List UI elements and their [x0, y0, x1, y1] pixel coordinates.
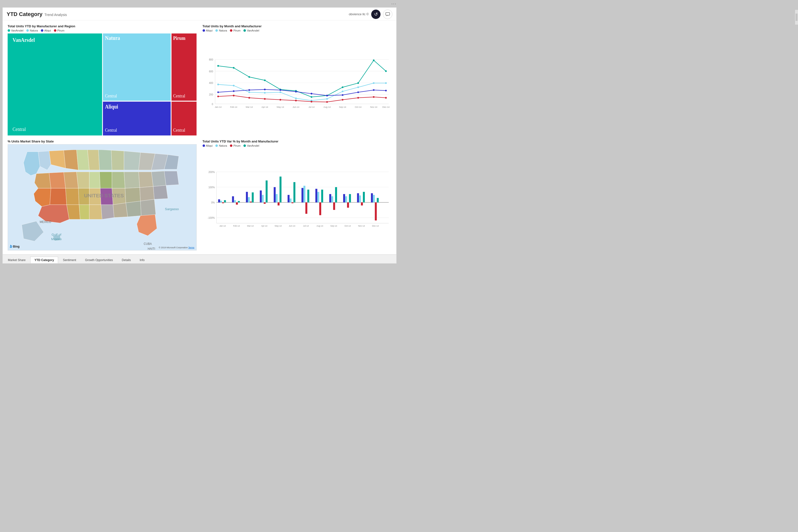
chat-button[interactable] — [383, 10, 392, 19]
refresh-button[interactable]: ↺ — [371, 10, 381, 19]
main-content: YTD Category Trend Analysis obvience llc… — [2, 7, 397, 264]
svg-rect-177 — [273, 187, 276, 202]
linechart-panel: Total Units by Month and Manufacturer Al… — [200, 22, 395, 137]
svg-rect-185 — [301, 188, 303, 202]
treemap-panel: Total Units YTD by Manufacturer and Regi… — [5, 22, 200, 137]
svg-point-47 — [357, 82, 359, 84]
tab-bar: Market Share YTD Category Sentiment Grow… — [3, 254, 396, 263]
svg-text:Apr-14: Apr-14 — [261, 224, 267, 227]
svg-point-70 — [342, 94, 343, 96]
svg-point-82 — [342, 99, 343, 101]
svg-text:CUBA: CUBA — [144, 242, 152, 246]
svg-marker-107 — [151, 171, 166, 186]
app-wrapper: ··· YTD Category Trend Analysis obvience… — [0, 0, 399, 266]
svg-rect-169 — [246, 192, 248, 202]
tab-market-share[interactable]: Market Share — [4, 256, 30, 263]
tab-ytd-category[interactable]: YTD Category — [30, 256, 58, 264]
svg-marker-103 — [99, 172, 112, 188]
svg-rect-4 — [103, 34, 171, 101]
svg-text:Feb-14: Feb-14 — [233, 224, 240, 227]
svg-point-51 — [233, 84, 234, 87]
svg-point-68 — [311, 93, 312, 94]
svg-text:Gulf of: Gulf of — [52, 233, 61, 236]
svg-marker-102 — [89, 172, 100, 188]
svg-text:Oct-14: Oct-14 — [344, 224, 351, 227]
svg-point-49 — [385, 70, 387, 72]
svg-marker-94 — [124, 151, 140, 170]
svg-text:Aliqui: Aliqui — [105, 103, 118, 110]
svg-text:Jul-14: Jul-14 — [303, 224, 309, 227]
svg-rect-188 — [307, 189, 309, 202]
svg-point-38 — [217, 65, 219, 67]
svg-point-41 — [264, 79, 266, 81]
linechart-legend: Aliqui Natura Pirum VanArsdel — [203, 29, 392, 32]
svg-marker-127 — [137, 214, 157, 236]
svg-point-69 — [326, 95, 328, 96]
svg-point-66 — [279, 89, 281, 91]
page-subtitle: Trend Analysis — [44, 13, 67, 17]
svg-rect-175 — [264, 202, 266, 204]
svg-text:400: 400 — [209, 82, 213, 84]
svg-point-52 — [248, 91, 250, 93]
legend-vanarsdel: VanArsdel — [7, 29, 23, 32]
svg-point-50 — [217, 84, 219, 86]
map-chart[interactable]: UNITED STATES Gulf of Mexico MEXICO CUBA… — [7, 144, 197, 251]
svg-rect-192 — [321, 189, 323, 202]
svg-rect-207 — [375, 202, 377, 220]
barchart-panel: Total Units YTD Var % by Month and Manuf… — [200, 137, 395, 253]
bar-chart[interactable]: 200% 100% 0% -100% Jan-14 Feb-14 Mar-14 … — [203, 149, 392, 251]
tab-growth-opportunities[interactable]: Growth Opportunities — [81, 256, 117, 263]
svg-marker-92 — [98, 149, 112, 170]
svg-rect-204 — [363, 192, 365, 202]
svg-text:800: 800 — [209, 58, 213, 61]
svg-text:Mar-14: Mar-14 — [247, 224, 253, 227]
line-chart[interactable]: 800 600 400 200 0 Jan-14 Feb-14 Mar-14 A… — [203, 34, 392, 136]
svg-text:HAITI: HAITI — [148, 247, 155, 250]
svg-rect-165 — [232, 196, 234, 202]
svg-text:Aug-14: Aug-14 — [323, 106, 330, 108]
tab-info[interactable]: Info — [136, 256, 149, 263]
svg-marker-118 — [153, 185, 168, 199]
svg-rect-176 — [266, 180, 268, 202]
svg-rect-174 — [262, 195, 264, 202]
svg-point-77 — [264, 98, 266, 100]
svg-text:May-14: May-14 — [277, 106, 284, 108]
tab-sentiment[interactable]: Sentiment — [59, 256, 80, 263]
svg-text:UNITED STATES: UNITED STATES — [84, 193, 124, 198]
svg-text:Nov-14: Nov-14 — [370, 106, 377, 108]
svg-marker-101 — [77, 172, 89, 188]
svg-text:Central: Central — [173, 128, 185, 133]
svg-marker-110 — [50, 188, 66, 205]
bar-legend-pirum: Pirum — [230, 144, 241, 147]
svg-point-85 — [385, 97, 387, 99]
tab-details[interactable]: Details — [118, 256, 135, 263]
svg-point-84 — [373, 96, 374, 98]
svg-marker-100 — [64, 172, 78, 188]
svg-text:0: 0 — [212, 103, 213, 106]
top-bar-dots: ··· — [392, 1, 397, 6]
svg-text:Jun-14: Jun-14 — [289, 224, 295, 227]
svg-rect-196 — [335, 187, 337, 202]
svg-text:-100%: -100% — [208, 216, 215, 219]
svg-rect-194 — [331, 196, 333, 202]
svg-point-48 — [373, 60, 374, 61]
svg-rect-201 — [357, 193, 359, 202]
svg-point-73 — [385, 90, 387, 92]
svg-rect-180 — [279, 176, 281, 202]
svg-marker-122 — [89, 205, 102, 219]
svg-text:Central: Central — [13, 127, 26, 132]
svg-marker-109 — [34, 188, 51, 206]
svg-rect-189 — [315, 189, 317, 202]
treemap-chart[interactable]: Central VanArsdel Natura Central Pirum C… — [7, 34, 197, 136]
svg-marker-106 — [138, 172, 153, 188]
header-right: obvience llc © ↺ — [349, 10, 392, 19]
svg-text:Oct-14: Oct-14 — [355, 106, 361, 108]
svg-text:Pirum: Pirum — [173, 35, 185, 41]
linechart-title: Total Units by Month and Manufacturer — [203, 24, 392, 28]
legend-aliqui-line: Aliqui — [203, 29, 213, 32]
svg-marker-123 — [101, 205, 114, 219]
svg-marker-87 — [38, 151, 51, 170]
svg-point-65 — [264, 89, 266, 90]
svg-rect-0 — [386, 13, 390, 15]
svg-rect-182 — [289, 198, 291, 202]
